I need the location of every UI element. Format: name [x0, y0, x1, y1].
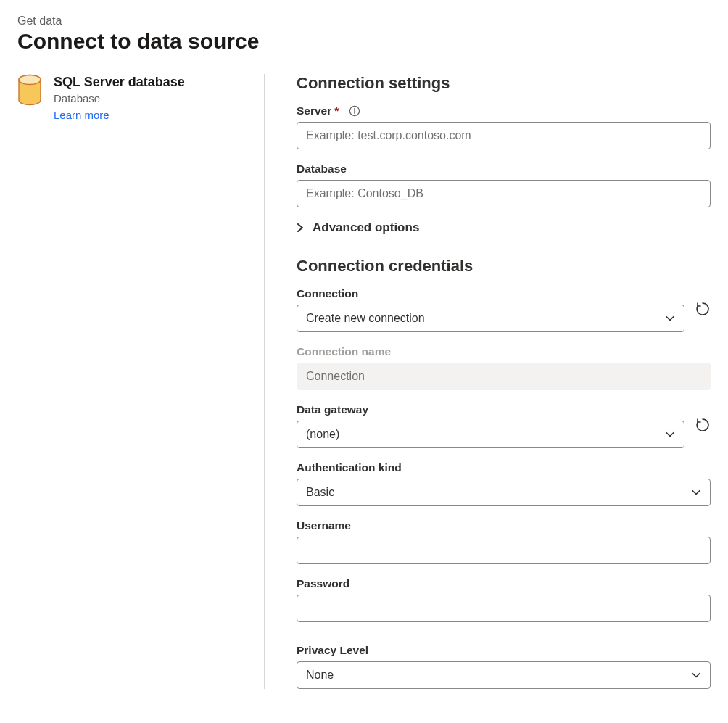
database-icon [17, 74, 42, 106]
server-label: Server * [297, 104, 711, 117]
chevron-right-icon [297, 223, 305, 232]
privacy-level-select-value: None [306, 669, 334, 682]
data-gateway-select-value: (none) [306, 428, 339, 441]
gateway-refresh-button[interactable] [695, 417, 711, 434]
refresh-icon [695, 301, 711, 317]
advanced-options-toggle[interactable]: Advanced options [297, 220, 711, 235]
password-input[interactable] [297, 595, 711, 622]
connection-settings-heading: Connection settings [297, 74, 711, 93]
chevron-down-icon [665, 429, 675, 439]
learn-more-link[interactable]: Learn more [54, 109, 109, 121]
chevron-down-icon [691, 487, 701, 497]
source-title: SQL Server database [54, 74, 185, 91]
breadcrumb: Get data [17, 15, 711, 28]
connection-name-input [297, 363, 711, 390]
privacy-level-label: Privacy Level [297, 644, 711, 657]
connection-label: Connection [297, 287, 684, 300]
connection-name-label: Connection name [297, 345, 711, 358]
connection-credentials-heading: Connection credentials [297, 257, 711, 276]
password-label: Password [297, 577, 711, 590]
data-source-card: SQL Server database Database Learn more [17, 74, 247, 122]
data-gateway-select[interactable]: (none) [297, 421, 684, 448]
chevron-down-icon [665, 313, 675, 323]
source-subtitle: Database [54, 92, 185, 104]
username-input[interactable] [297, 537, 711, 564]
connection-select[interactable]: Create new connection [297, 305, 684, 332]
data-gateway-label: Data gateway [297, 403, 684, 416]
database-label: Database [297, 162, 711, 175]
connection-refresh-button[interactable] [695, 301, 711, 318]
svg-rect-4 [355, 110, 355, 114]
required-indicator: * [334, 104, 339, 117]
refresh-icon [695, 417, 711, 433]
chevron-down-icon [691, 670, 701, 680]
connection-select-value: Create new connection [306, 312, 425, 325]
advanced-options-label: Advanced options [313, 220, 419, 235]
page-title: Connect to data source [17, 29, 711, 54]
info-icon[interactable] [349, 105, 360, 117]
svg-point-3 [354, 108, 355, 110]
auth-kind-select-value: Basic [306, 486, 334, 499]
database-input[interactable] [297, 180, 711, 207]
server-input[interactable] [297, 122, 711, 149]
server-label-text: Server [297, 104, 331, 117]
privacy-level-select[interactable]: None [297, 661, 711, 689]
svg-point-1 [19, 75, 41, 85]
username-label: Username [297, 519, 711, 532]
auth-kind-label: Authentication kind [297, 461, 711, 474]
auth-kind-select[interactable]: Basic [297, 479, 711, 506]
